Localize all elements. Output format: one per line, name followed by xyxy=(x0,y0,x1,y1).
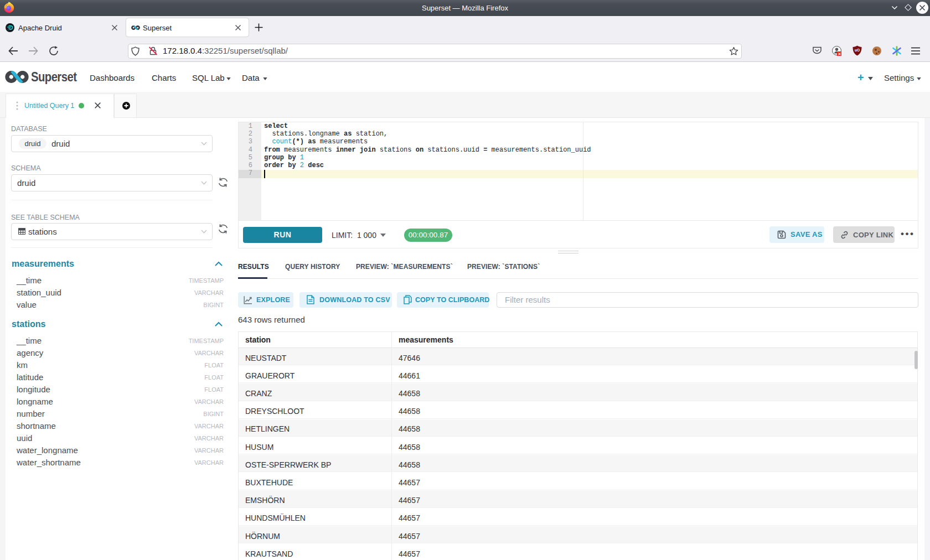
svg-text:uO: uO xyxy=(855,48,860,52)
